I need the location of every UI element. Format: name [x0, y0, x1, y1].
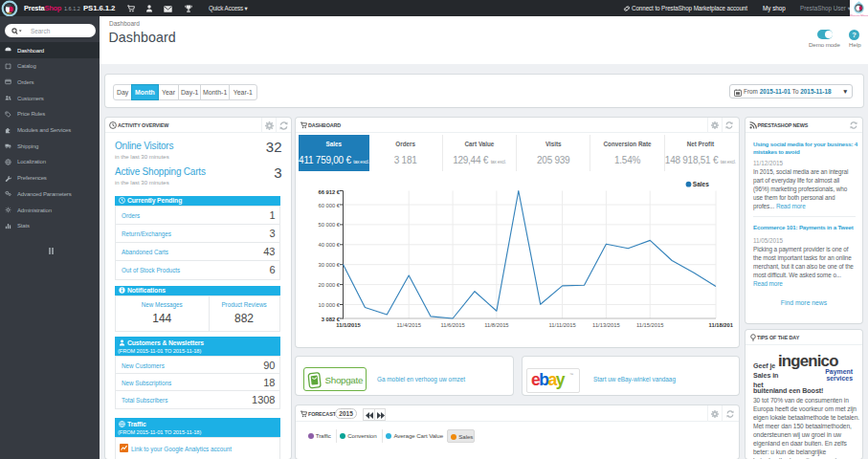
svg-text:11/13/2015: 11/13/2015	[592, 322, 620, 328]
svg-text:11/1/2015: 11/1/2015	[336, 322, 361, 328]
svg-text:Sales: Sales	[693, 181, 709, 187]
svg-text:30 000 €: 30 000 €	[318, 262, 340, 268]
svg-text:50 000 €: 50 000 €	[318, 222, 340, 228]
svg-text:3 082 €: 3 082 €	[322, 317, 341, 322]
svg-text:11/15/2015: 11/15/2015	[636, 322, 664, 328]
svg-text:11/6/2015: 11/6/2015	[440, 322, 464, 328]
svg-text:11/4/2015: 11/4/2015	[397, 322, 421, 328]
svg-text:11/11/2015: 11/11/2015	[549, 322, 576, 328]
svg-text:60 000 €: 60 000 €	[318, 203, 340, 208]
svg-text:40 000 €: 40 000 €	[318, 242, 340, 248]
svg-text:10 000 €: 10 000 €	[318, 302, 340, 308]
svg-text:66 912 €: 66 912 €	[318, 189, 340, 195]
svg-text:20 000 €: 20 000 €	[318, 282, 340, 288]
svg-text:11/18/201: 11/18/201	[709, 322, 734, 328]
svg-text:11/8/2015: 11/8/2015	[484, 322, 508, 328]
